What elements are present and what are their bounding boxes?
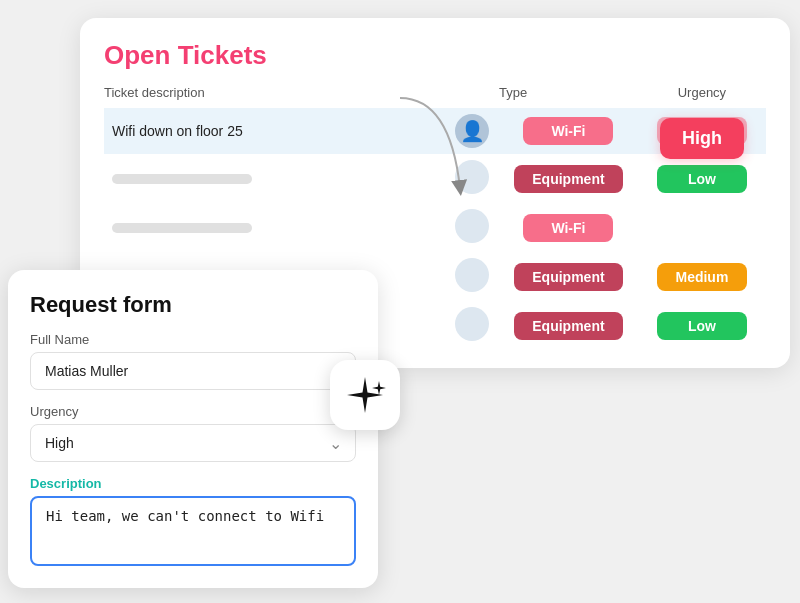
table-row: EquipmentLow xyxy=(104,154,766,203)
avatar-cell xyxy=(446,252,499,301)
ticket-description xyxy=(104,154,446,203)
table-row: Wi-Fi xyxy=(104,203,766,252)
avatar-placeholder xyxy=(455,209,489,243)
placeholder-bar xyxy=(112,174,252,184)
avatar-image: 👤 xyxy=(460,121,485,141)
avatar-placeholder xyxy=(455,258,489,292)
avatar: 👤 xyxy=(455,114,489,148)
ticket-type: Equipment xyxy=(499,301,638,350)
full-name-input[interactable] xyxy=(30,352,356,390)
col-urgency: Urgency xyxy=(638,85,766,108)
ticket-urgency: Medium xyxy=(638,252,766,301)
ticket-urgency xyxy=(638,203,766,252)
type-badge: Equipment xyxy=(514,312,622,340)
avatar-cell xyxy=(446,203,499,252)
urgency-select-wrapper: HighMediumLow ⌄ xyxy=(30,424,356,462)
ticket-urgency: Low xyxy=(638,154,766,203)
ticket-type: Equipment xyxy=(499,252,638,301)
ticket-urgency: Low xyxy=(638,301,766,350)
description-textarea[interactable] xyxy=(30,496,356,566)
urgency-label: Urgency xyxy=(30,404,356,419)
col-description: Ticket description xyxy=(104,85,446,108)
full-name-label: Full Name xyxy=(30,332,356,347)
ticket-type: Wi-Fi xyxy=(499,108,638,154)
avatar-placeholder xyxy=(455,160,489,194)
request-form-card: Request form Full Name Urgency HighMediu… xyxy=(8,270,378,588)
urgency-badge: Medium xyxy=(657,263,747,291)
avatar-cell xyxy=(446,301,499,350)
urgency-badge: Low xyxy=(657,165,747,193)
col-type: Type xyxy=(499,85,638,108)
high-urgency-overlay: High xyxy=(660,118,744,159)
type-badge: Equipment xyxy=(514,165,622,193)
avatar-cell: 👤 xyxy=(446,108,499,154)
urgency-select[interactable]: HighMediumLow xyxy=(30,424,356,462)
ticket-description: Wifi down on floor 25 xyxy=(104,108,446,154)
type-badge: Wi-Fi xyxy=(523,117,613,145)
ticket-type: Wi-Fi xyxy=(499,203,638,252)
tickets-title: Open Tickets xyxy=(104,40,766,71)
avatar-placeholder xyxy=(455,307,489,341)
sparkle-icon xyxy=(343,373,387,417)
description-label: Description xyxy=(30,476,356,491)
form-title: Request form xyxy=(30,292,356,318)
type-badge: Wi-Fi xyxy=(523,214,613,242)
ticket-description xyxy=(104,203,446,252)
col-avatar xyxy=(446,85,499,108)
avatar-cell xyxy=(446,154,499,203)
placeholder-bar xyxy=(112,223,252,233)
type-badge: Equipment xyxy=(514,263,622,291)
ticket-type: Equipment xyxy=(499,154,638,203)
urgency-badge: Low xyxy=(657,312,747,340)
sparkle-button[interactable] xyxy=(330,360,400,430)
